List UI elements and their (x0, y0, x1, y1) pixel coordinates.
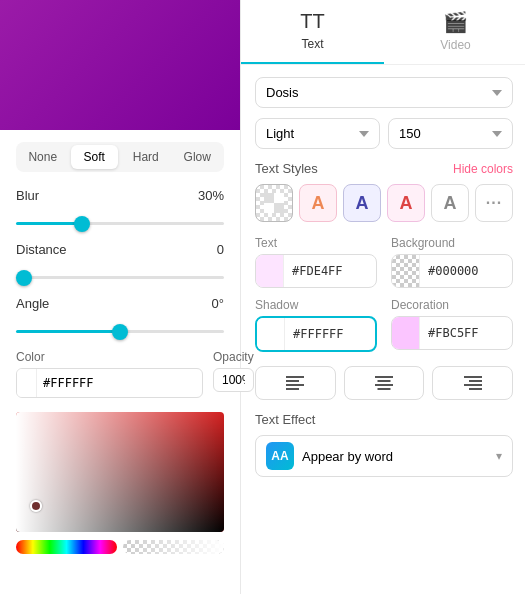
blur-slider[interactable] (16, 222, 224, 225)
preview-bg (0, 0, 240, 130)
distance-row: Distance 0 (16, 242, 224, 257)
svg-rect-9 (378, 380, 391, 382)
style-white-a-btn[interactable]: A (431, 184, 469, 222)
font-family-select[interactable]: Dosis (255, 77, 513, 108)
distance-slider[interactable] (16, 276, 224, 279)
angle-value: 0° (212, 296, 224, 311)
blur-slider-container (16, 213, 224, 228)
style-blue-a-btn[interactable]: A (343, 184, 381, 222)
text-icon: TT (300, 10, 324, 33)
background-color-field[interactable]: #000000 (391, 254, 513, 288)
text-color-label: Text (255, 236, 377, 250)
tab-text[interactable]: TT Text (241, 0, 384, 64)
left-panel: None Soft Hard Glow Blur 30% Distance 0 … (0, 0, 240, 594)
background-color-swatch (392, 255, 420, 287)
chevron-down-icon: ▾ (496, 449, 502, 463)
alignment-row (255, 366, 513, 400)
tab-text-label: Text (301, 37, 323, 51)
style-checked-btn[interactable] (255, 184, 293, 222)
text-styles-label: Text Styles (255, 161, 318, 176)
align-right-icon (464, 376, 482, 390)
background-color-group: Background #000000 (391, 236, 513, 288)
color-picker-gradient (16, 412, 224, 532)
hide-colors-link[interactable]: Hide colors (453, 162, 513, 176)
color-section: Text #FDE4FF Background #000000 Shadow (255, 236, 513, 352)
opacity-gradient-bar[interactable] (123, 540, 224, 554)
tab-none[interactable]: None (19, 145, 67, 169)
distance-label: Distance (16, 242, 67, 257)
font-size-select[interactable]: 150 (388, 118, 513, 149)
svg-rect-5 (286, 380, 299, 382)
tab-video-label: Video (440, 38, 470, 52)
svg-rect-11 (378, 388, 391, 390)
align-center-btn[interactable] (344, 366, 425, 400)
svg-rect-7 (286, 388, 299, 390)
shadow-controls: None Soft Hard Glow Blur 30% Distance 0 … (0, 130, 240, 594)
svg-rect-10 (375, 384, 393, 386)
svg-rect-4 (286, 376, 304, 378)
shadow-color-label: Shadow (255, 298, 377, 312)
blur-value: 30% (198, 188, 224, 203)
align-left-btn[interactable] (255, 366, 336, 400)
text-color-group: Text #FDE4FF (255, 236, 377, 288)
align-right-btn[interactable] (432, 366, 513, 400)
shadow-tab-row: None Soft Hard Glow (16, 142, 224, 172)
color-group: Color (16, 350, 203, 398)
decoration-color-swatch (392, 317, 420, 349)
color-picker[interactable] (16, 412, 224, 532)
distance-slider-container (16, 267, 224, 282)
shadow-color-field[interactable]: #FFFFFF (255, 316, 377, 352)
shadow-color-swatch (257, 318, 285, 350)
opacity-label: Opacity (213, 350, 254, 364)
decoration-color-field[interactable]: #FBC5FF (391, 316, 513, 350)
angle-label: Angle (16, 296, 49, 311)
text-effect-row[interactable]: AA Appear by word ▾ (255, 435, 513, 477)
text-effect-left: AA Appear by word (266, 442, 393, 470)
svg-rect-15 (469, 388, 482, 390)
svg-rect-8 (375, 376, 393, 378)
background-color-hex: #000000 (420, 264, 487, 278)
svg-rect-0 (264, 193, 274, 203)
decoration-color-group: Decoration #FBC5FF (391, 298, 513, 352)
text-color-swatch (256, 255, 284, 287)
style-red-a-btn[interactable]: A (299, 184, 337, 222)
text-effect-value: Appear by word (302, 449, 393, 464)
angle-slider[interactable] (16, 330, 224, 333)
right-tab-row: TT Text 🎬 Video (241, 0, 525, 65)
shadow-color-group: Shadow #FFFFFF (255, 298, 377, 352)
style-icons-row: A A A A ··· (255, 184, 513, 222)
hue-opacity-bars (16, 540, 224, 554)
right-panel: TT Text 🎬 Video Dosis Light 150 Text Sty… (240, 0, 525, 594)
tab-glow[interactable]: Glow (174, 145, 222, 169)
font-weight-size-row: Light 150 (255, 118, 513, 149)
style-more-btn[interactable]: ··· (475, 184, 513, 222)
color-input[interactable] (16, 368, 203, 398)
svg-rect-1 (274, 203, 284, 213)
color-opacity-row: Color Opacity (16, 350, 224, 398)
tab-hard[interactable]: Hard (122, 145, 170, 169)
text-color-field[interactable]: #FDE4FF (255, 254, 377, 288)
distance-value: 0 (217, 242, 224, 257)
blur-label: Blur (16, 188, 39, 203)
svg-rect-13 (469, 380, 482, 382)
svg-rect-3 (264, 203, 274, 213)
angle-row: Angle 0° (16, 296, 224, 311)
checker-icon (264, 193, 284, 213)
opacity-input[interactable] (213, 368, 254, 392)
hue-bar[interactable] (16, 540, 117, 554)
svg-rect-6 (286, 384, 304, 386)
tab-video[interactable]: 🎬 Video (384, 0, 525, 64)
tab-soft[interactable]: Soft (71, 145, 119, 169)
text-color-hex: #FDE4FF (284, 264, 351, 278)
angle-slider-container (16, 321, 224, 336)
style-pink-a-btn[interactable]: A (387, 184, 425, 222)
right-content: Dosis Light 150 Text Styles Hide colors (241, 65, 525, 594)
blur-row: Blur 30% (16, 188, 224, 203)
svg-rect-14 (464, 384, 482, 386)
align-center-icon (375, 376, 393, 390)
color-swatch (17, 369, 37, 397)
svg-rect-2 (274, 193, 284, 203)
color-hex-input[interactable] (37, 372, 202, 394)
font-weight-select[interactable]: Light (255, 118, 380, 149)
picker-circle (30, 500, 42, 512)
